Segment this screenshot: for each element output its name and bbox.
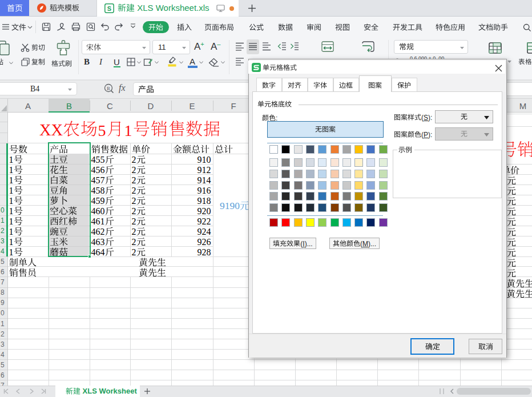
svg-text:R: R — [107, 86, 110, 91]
svg-text:S: S — [107, 5, 111, 12]
